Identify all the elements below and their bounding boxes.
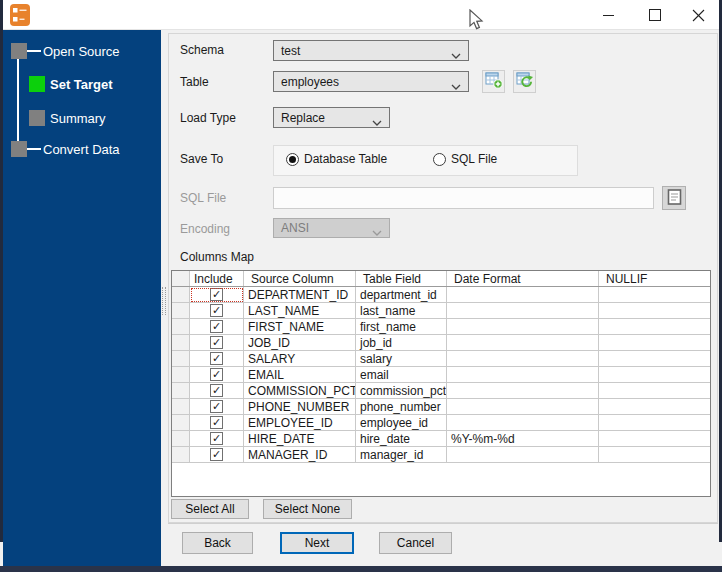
new-table-button[interactable] — [482, 70, 505, 93]
include-cell[interactable]: ✓ — [190, 351, 244, 367]
source-column-cell[interactable]: JOB_ID — [244, 335, 356, 351]
include-checkbox[interactable]: ✓ — [210, 352, 223, 365]
date-format-cell[interactable] — [447, 447, 599, 463]
sidebar-step-set-target[interactable]: Set Target — [50, 77, 113, 92]
row-header-cell[interactable] — [172, 431, 190, 447]
include-cell[interactable]: ✓ — [190, 399, 244, 415]
include-cell[interactable]: ✓ — [190, 319, 244, 335]
row-header-cell[interactable] — [172, 335, 190, 351]
table-field-cell[interactable]: last_name — [356, 303, 447, 319]
nullif-cell[interactable] — [599, 399, 710, 415]
nullif-cell[interactable] — [599, 319, 710, 335]
maximize-button[interactable] — [640, 4, 670, 26]
nullif-cell[interactable] — [599, 431, 710, 447]
source-column-cell[interactable]: COMMISSION_PCT — [244, 383, 356, 399]
source-column-cell[interactable]: EMPLOYEE_ID — [244, 415, 356, 431]
include-checkbox[interactable]: ✓ — [210, 320, 223, 333]
table-field-cell[interactable]: hire_date — [356, 431, 447, 447]
header-source-column[interactable]: Source Column — [244, 271, 356, 286]
table-field-cell[interactable]: commission_pct — [356, 383, 447, 399]
source-column-cell[interactable]: SALARY — [244, 351, 356, 367]
source-column-cell[interactable]: FIRST_NAME — [244, 319, 356, 335]
include-checkbox[interactable]: ✓ — [210, 416, 223, 429]
header-table-field[interactable]: Table Field — [356, 271, 447, 286]
source-column-cell[interactable]: PHONE_NUMBER — [244, 399, 356, 415]
encoding-select[interactable]: ANSI — [273, 218, 390, 238]
row-header-cell[interactable] — [172, 303, 190, 319]
include-checkbox[interactable]: ✓ — [210, 432, 223, 445]
include-checkbox[interactable]: ✓ — [210, 400, 223, 413]
sidebar-step-summary[interactable]: Summary — [50, 111, 106, 126]
next-button[interactable]: Next — [280, 532, 354, 554]
select-none-button[interactable]: Select None — [263, 499, 352, 519]
source-column-cell[interactable]: DEPARTMENT_ID — [244, 287, 356, 303]
include-checkbox[interactable]: ✓ — [210, 448, 223, 461]
header-include[interactable]: Include — [190, 271, 244, 286]
row-header-cell[interactable] — [172, 367, 190, 383]
date-format-cell[interactable] — [447, 303, 599, 319]
include-cell[interactable]: ✓ — [190, 303, 244, 319]
date-format-cell[interactable] — [447, 399, 599, 415]
table-select[interactable]: employees — [273, 71, 469, 92]
schema-select[interactable]: test — [273, 40, 469, 61]
table-field-cell[interactable]: department_id — [356, 287, 447, 303]
source-column-cell[interactable]: HIRE_DATE — [244, 431, 356, 447]
table-field-cell[interactable]: manager_id — [356, 447, 447, 463]
table-field-cell[interactable]: phone_number — [356, 399, 447, 415]
table-field-cell[interactable]: employee_id — [356, 415, 447, 431]
nullif-cell[interactable] — [599, 351, 710, 367]
table-field-cell[interactable]: job_id — [356, 335, 447, 351]
row-header-cell[interactable] — [172, 399, 190, 415]
select-all-button[interactable]: Select All — [171, 499, 249, 519]
sql-file-input[interactable] — [273, 187, 654, 209]
date-format-cell[interactable] — [447, 367, 599, 383]
radio-database-table[interactable] — [286, 153, 299, 166]
include-cell[interactable]: ✓ — [190, 431, 244, 447]
nullif-cell[interactable] — [599, 287, 710, 303]
row-header-cell[interactable] — [172, 287, 190, 303]
include-checkbox[interactable]: ✓ — [210, 368, 223, 381]
row-header-cell[interactable] — [172, 415, 190, 431]
include-checkbox[interactable]: ✓ — [210, 288, 223, 301]
include-cell[interactable]: ✓ — [190, 415, 244, 431]
radio-sql-file[interactable] — [433, 153, 446, 166]
table-field-cell[interactable]: salary — [356, 351, 447, 367]
refresh-tables-button[interactable] — [513, 70, 536, 93]
date-format-cell[interactable] — [447, 351, 599, 367]
nullif-cell[interactable] — [599, 303, 710, 319]
row-header-cell[interactable] — [172, 383, 190, 399]
row-header-cell[interactable] — [172, 319, 190, 335]
cancel-button[interactable]: Cancel — [379, 532, 452, 554]
date-format-cell[interactable] — [447, 415, 599, 431]
nullif-cell[interactable] — [599, 383, 710, 399]
close-button[interactable] — [683, 4, 713, 26]
table-field-cell[interactable]: email — [356, 367, 447, 383]
nullif-cell[interactable] — [599, 447, 710, 463]
include-cell[interactable]: ✓ — [190, 287, 244, 303]
include-cell[interactable]: ✓ — [190, 335, 244, 351]
load-type-select[interactable]: Replace — [273, 107, 390, 128]
back-button[interactable]: Back — [182, 532, 253, 554]
table-field-cell[interactable]: first_name — [356, 319, 447, 335]
include-checkbox[interactable]: ✓ — [210, 336, 223, 349]
row-header-cell[interactable] — [172, 351, 190, 367]
date-format-cell[interactable] — [447, 319, 599, 335]
include-cell[interactable]: ✓ — [190, 367, 244, 383]
include-cell[interactable]: ✓ — [190, 447, 244, 463]
row-header-cell[interactable] — [172, 447, 190, 463]
minimize-button[interactable] — [593, 4, 623, 26]
date-format-cell[interactable] — [447, 335, 599, 351]
source-column-cell[interactable]: EMAIL — [244, 367, 356, 383]
include-cell[interactable]: ✓ — [190, 383, 244, 399]
sidebar-step-convert-data[interactable]: Convert Data — [43, 142, 120, 157]
header-nullif[interactable]: NULLIF — [599, 271, 710, 286]
date-format-cell[interactable]: %Y-%m-%d — [447, 431, 599, 447]
nullif-cell[interactable] — [599, 415, 710, 431]
date-format-cell[interactable] — [447, 383, 599, 399]
source-column-cell[interactable]: MANAGER_ID — [244, 447, 356, 463]
include-checkbox[interactable]: ✓ — [210, 304, 223, 317]
browse-sql-file-button[interactable] — [662, 186, 686, 210]
sidebar-step-open-source[interactable]: Open Source — [43, 44, 120, 59]
splitter-grip[interactable] — [162, 287, 166, 315]
nullif-cell[interactable] — [599, 367, 710, 383]
